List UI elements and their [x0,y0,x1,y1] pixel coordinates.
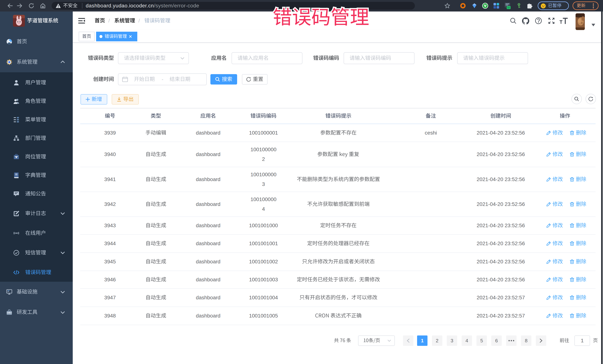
svg-text:on: on [507,6,510,9]
